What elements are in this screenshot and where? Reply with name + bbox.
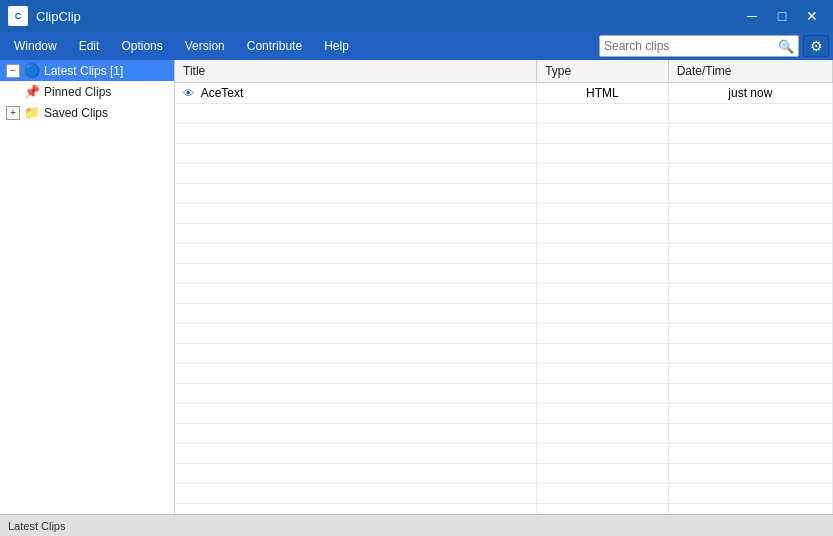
table-wrapper: Title Type Date/Time 👁 AceText HTML just… bbox=[175, 60, 833, 514]
empty-row bbox=[175, 124, 833, 144]
menu-window[interactable]: Window bbox=[4, 35, 67, 57]
main-content: − 🔵 Latest Clips [1] 📌 Pinned Clips + 📁 … bbox=[0, 60, 833, 514]
empty-row bbox=[175, 424, 833, 444]
pinned-label: Pinned Clips bbox=[44, 85, 111, 99]
menu-edit[interactable]: Edit bbox=[69, 35, 110, 57]
sidebar: − 🔵 Latest Clips [1] 📌 Pinned Clips + 📁 … bbox=[0, 60, 175, 514]
maximize-button[interactable]: □ bbox=[769, 5, 795, 27]
empty-row bbox=[175, 284, 833, 304]
app-title: ClipClip bbox=[36, 9, 739, 24]
empty-row bbox=[175, 104, 833, 124]
expand-saved[interactable]: + bbox=[6, 106, 20, 120]
empty-row bbox=[175, 404, 833, 424]
cell-title: 👁 AceText bbox=[175, 83, 537, 104]
row-icon: 👁 bbox=[183, 87, 194, 99]
empty-row bbox=[175, 384, 833, 404]
menu-version[interactable]: Version bbox=[175, 35, 235, 57]
window-controls: ─ □ ✕ bbox=[739, 5, 825, 27]
table-row[interactable]: 👁 AceText HTML just now bbox=[175, 83, 833, 104]
settings-button[interactable]: ⚙ bbox=[803, 35, 829, 57]
empty-row bbox=[175, 304, 833, 324]
empty-row bbox=[175, 324, 833, 344]
sidebar-item-saved[interactable]: + 📁 Saved Clips bbox=[0, 102, 174, 123]
status-bar: Latest Clips bbox=[0, 514, 833, 536]
cell-datetime: just now bbox=[668, 83, 832, 104]
col-header-type: Type bbox=[537, 60, 669, 83]
menu-contribute[interactable]: Contribute bbox=[237, 35, 312, 57]
close-button[interactable]: ✕ bbox=[799, 5, 825, 27]
empty-row bbox=[175, 504, 833, 515]
content-area: Title Type Date/Time 👁 AceText HTML just… bbox=[175, 60, 833, 514]
status-text: Latest Clips bbox=[8, 520, 65, 532]
empty-row bbox=[175, 264, 833, 284]
empty-row bbox=[175, 184, 833, 204]
latest-label: Latest Clips [1] bbox=[44, 64, 123, 78]
cell-type: HTML bbox=[537, 83, 669, 104]
sidebar-item-pinned[interactable]: 📌 Pinned Clips bbox=[0, 81, 174, 102]
col-header-title: Title bbox=[175, 60, 537, 83]
menu-options[interactable]: Options bbox=[111, 35, 172, 57]
search-icon[interactable]: 🔍 bbox=[778, 39, 794, 54]
empty-row bbox=[175, 444, 833, 464]
sidebar-item-latest[interactable]: − 🔵 Latest Clips [1] bbox=[0, 60, 174, 81]
saved-label: Saved Clips bbox=[44, 106, 108, 120]
clips-table: Title Type Date/Time 👁 AceText HTML just… bbox=[175, 60, 833, 514]
minimize-button[interactable]: ─ bbox=[739, 5, 765, 27]
search-input[interactable] bbox=[604, 39, 778, 53]
pinned-icon: 📌 bbox=[24, 84, 40, 99]
menu-help[interactable]: Help bbox=[314, 35, 359, 57]
empty-row bbox=[175, 464, 833, 484]
empty-row bbox=[175, 244, 833, 264]
title-bar: C ClipClip ─ □ ✕ bbox=[0, 0, 833, 32]
empty-row bbox=[175, 164, 833, 184]
latest-icon: 🔵 bbox=[24, 63, 40, 78]
menu-bar-right: 🔍 ⚙ bbox=[599, 35, 829, 57]
empty-row bbox=[175, 144, 833, 164]
col-header-datetime: Date/Time bbox=[668, 60, 832, 83]
empty-row bbox=[175, 224, 833, 244]
app-logo: C bbox=[8, 6, 28, 26]
empty-row bbox=[175, 484, 833, 504]
expand-latest[interactable]: − bbox=[6, 64, 20, 78]
empty-row bbox=[175, 364, 833, 384]
empty-row bbox=[175, 344, 833, 364]
empty-row bbox=[175, 204, 833, 224]
saved-icon: 📁 bbox=[24, 105, 40, 120]
menu-bar: Window Edit Options Version Contribute H… bbox=[0, 32, 833, 60]
search-box: 🔍 bbox=[599, 35, 799, 57]
